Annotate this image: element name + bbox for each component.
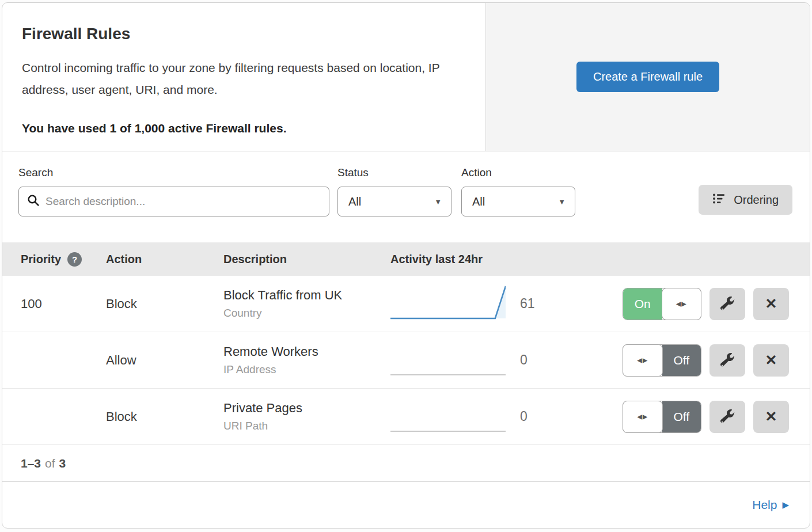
help-link-label: Help xyxy=(752,498,777,512)
rule-controls: Off ◂▸ ✕ xyxy=(560,344,789,377)
search-box xyxy=(18,187,329,216)
toggle-state-label: On xyxy=(623,288,662,320)
rule-controls: On ◂▸ ✕ xyxy=(560,288,789,320)
table-row: 100 Block Block Traffic from UK Country … xyxy=(2,276,810,332)
rule-action: Block xyxy=(106,297,223,311)
toggle-state-label: Off xyxy=(662,401,701,432)
activity-sparkline xyxy=(390,282,506,324)
search-group: Search xyxy=(18,166,329,216)
header-text-card: Firewall Rules Control incoming traffic … xyxy=(2,3,486,151)
header-action-panel: Create a Firewall rule xyxy=(486,3,810,151)
delete-rule-button[interactable]: ✕ xyxy=(753,288,789,320)
status-selected-value: All xyxy=(348,195,361,208)
wrench-icon xyxy=(720,297,735,311)
rule-description-cell: Block Traffic from UK Country xyxy=(223,288,390,320)
rule-description: Private Pages xyxy=(223,401,390,416)
toggle-handle-icon: ◂▸ xyxy=(623,401,663,433)
rule-action: Allow xyxy=(106,353,223,368)
action-filter-group: Action All ▼ xyxy=(461,166,575,216)
search-icon xyxy=(27,194,40,209)
activity-sparkline-cell xyxy=(390,282,509,326)
wrench-icon xyxy=(720,353,735,367)
toggle-handle-icon: ◂▸ xyxy=(662,288,702,320)
ordering-button[interactable]: Ordering xyxy=(699,185,792,215)
wrench-icon xyxy=(720,409,735,424)
table-row: Allow Remote Workers IP Address 0 Off ◂▸… xyxy=(2,332,810,389)
table-row: Block Private Pages URI Path 0 Off ◂▸ ✕ xyxy=(2,389,810,445)
pagination-range: 1–3 xyxy=(21,457,41,470)
caret-right-icon: ▶ xyxy=(782,500,789,510)
delete-rule-button[interactable]: ✕ xyxy=(753,344,789,377)
column-header-activity: Activity last 24hr xyxy=(390,253,560,266)
chevron-down-icon: ▼ xyxy=(558,197,566,206)
filter-bar: Search Status All ▼ Action All xyxy=(2,151,810,242)
create-firewall-rule-button[interactable]: Create a Firewall rule xyxy=(576,62,719,92)
delete-rule-button[interactable]: ✕ xyxy=(753,401,789,433)
rule-priority: 100 xyxy=(21,297,106,311)
edit-rule-button[interactable] xyxy=(709,288,745,320)
status-filter-group: Status All ▼ xyxy=(337,166,451,216)
status-select[interactable]: All ▼ xyxy=(337,187,451,216)
help-link[interactable]: Help ▶ xyxy=(752,498,789,512)
toggle-handle-icon: ◂▸ xyxy=(623,344,663,377)
ordering-button-label: Ordering xyxy=(734,193,779,207)
edit-rule-button[interactable] xyxy=(709,344,745,377)
table-body: 100 Block Block Traffic from UK Country … xyxy=(2,276,810,445)
help-question-icon[interactable]: ? xyxy=(67,252,82,267)
ordered-list-icon xyxy=(712,192,726,208)
pagination-bar: 1–3 of 3 xyxy=(2,445,810,482)
rule-description-cell: Remote Workers IP Address xyxy=(223,344,390,376)
rule-toggle[interactable]: Off ◂▸ xyxy=(623,401,701,433)
pagination-of-label: of xyxy=(45,457,55,470)
rule-description-cell: Private Pages URI Path xyxy=(223,401,390,432)
firewall-rules-panel: Firewall Rules Control incoming traffic … xyxy=(2,2,810,529)
activity-sparkline-cell xyxy=(390,394,509,439)
search-label: Search xyxy=(18,166,329,179)
help-bar: Help ▶ xyxy=(2,482,810,528)
rule-controls: Off ◂▸ ✕ xyxy=(560,401,789,433)
rule-description: Block Traffic from UK xyxy=(223,288,390,303)
action-select[interactable]: All ▼ xyxy=(461,187,575,216)
column-header-description: Description xyxy=(223,253,390,266)
toggle-state-label: Off xyxy=(662,345,701,376)
page-title: Firewall Rules xyxy=(22,25,466,43)
close-icon: ✕ xyxy=(765,408,777,425)
column-header-priority: Priority ? xyxy=(21,252,106,267)
search-input[interactable] xyxy=(45,195,321,208)
rule-toggle[interactable]: On ◂▸ xyxy=(623,288,701,320)
header-section: Firewall Rules Control incoming traffic … xyxy=(2,3,810,151)
action-label: Action xyxy=(461,166,575,179)
activity-sparkline-cell xyxy=(390,338,509,383)
priority-header-label: Priority xyxy=(21,253,61,266)
edit-rule-button[interactable] xyxy=(709,401,745,433)
activity-count: 0 xyxy=(509,352,560,368)
activity-sparkline xyxy=(390,338,506,381)
rule-description: Remote Workers xyxy=(223,344,390,359)
table-header-row: Priority ? Action Description Activity l… xyxy=(2,242,810,276)
rule-action: Block xyxy=(106,409,223,424)
activity-count: 61 xyxy=(509,296,560,311)
page-description: Control incoming traffic to your zone by… xyxy=(22,57,466,101)
action-selected-value: All xyxy=(472,195,485,208)
rule-type: IP Address xyxy=(223,363,390,376)
rule-toggle[interactable]: Off ◂▸ xyxy=(623,344,701,377)
rule-type: URI Path xyxy=(223,420,390,432)
rule-type: Country xyxy=(223,307,390,320)
chevron-down-icon: ▼ xyxy=(434,197,442,206)
column-header-action: Action xyxy=(106,253,223,266)
status-label: Status xyxy=(337,166,451,179)
activity-count: 0 xyxy=(509,409,560,424)
close-icon: ✕ xyxy=(765,295,777,312)
close-icon: ✕ xyxy=(765,352,777,368)
usage-note: You have used 1 of 1,000 active Firewall… xyxy=(22,121,466,135)
activity-sparkline xyxy=(390,394,506,437)
pagination-total: 3 xyxy=(59,457,66,470)
